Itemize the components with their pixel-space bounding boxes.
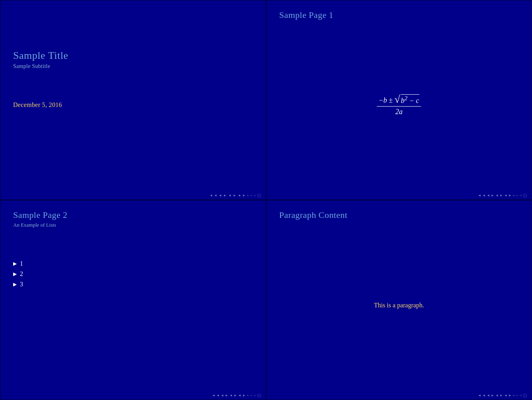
nav3-icon-9: ≡ bbox=[247, 394, 249, 397]
list-item-2-text: 2 bbox=[20, 270, 23, 278]
slide-3[interactable]: Sample Page 2 An Example of Lists ▶ 1 ▶ … bbox=[0, 200, 266, 400]
list-item-2: ▶ 2 bbox=[13, 270, 253, 278]
nav2-icon-3: ◄ bbox=[487, 194, 490, 197]
slide-1-date: December 5, 2016 bbox=[13, 101, 253, 109]
list-item-3: ▶ 3 bbox=[13, 281, 253, 288]
nav2-icon-1: ◄ bbox=[478, 194, 481, 197]
nav4-icon-4: ► bbox=[491, 394, 494, 397]
nav2-icon-9: ≡ bbox=[513, 194, 515, 197]
nav4-icon-12: ◯ bbox=[523, 394, 527, 397]
slide-2-title: Sample Page 1 bbox=[279, 10, 519, 20]
nav2-icon-10: ∽ bbox=[516, 194, 518, 197]
nav3-icon-4: ► bbox=[225, 394, 228, 397]
nav3-icon-3: ◄ bbox=[221, 394, 224, 397]
nav2-icon-7: ◄ bbox=[504, 194, 507, 197]
math-fraction: −b ± √b2 − c 2a bbox=[377, 94, 421, 116]
slide-1-navbar: ◄ ◄ ◄ ► ◄ ► ◄ ► ≡ ∽ ∩ ◯ bbox=[0, 194, 266, 197]
nav-icon-5: ► bbox=[242, 194, 246, 197]
nav4-icon-10: ∽ bbox=[516, 394, 518, 397]
slide-2-formula: −b ± √b2 − c 2a bbox=[279, 27, 519, 184]
nav4-icon-8: ► bbox=[509, 394, 512, 397]
slide-2-navbar: ◄ ◄ ◄ ► ◄ ► ◄ ► ≡ ∽ ∩ ◯ bbox=[267, 194, 532, 197]
list-item-1: ▶ 1 bbox=[13, 260, 253, 267]
nav-sep-3: ◄ bbox=[238, 194, 241, 197]
slide-1-subtitle: Sample Subtitle bbox=[13, 63, 253, 70]
sqrt-content: b2 − c bbox=[401, 94, 420, 105]
nav-icon-9: ◯ bbox=[257, 194, 261, 197]
slide-4-title: Paragraph Content bbox=[279, 210, 519, 220]
slide-3-title: Sample Page 2 bbox=[13, 210, 253, 220]
slide-3-navbar: ◄ ◄ ◄ ► ◄ ► ◄ ► ≡ ∽ ∩ ◯ bbox=[0, 394, 266, 397]
nav3-icon-1: ◄ bbox=[212, 394, 215, 397]
nav-icon-1: ◄ bbox=[210, 194, 213, 197]
nav4-icon-1: ◄ bbox=[478, 394, 481, 397]
nav4-icon-9: ≡ bbox=[513, 394, 515, 397]
nav-icon-2: ◄ bbox=[214, 194, 217, 197]
slide-2[interactable]: Sample Page 1 −b ± √b2 − c 2a ◄ ◄ ◄ ► ◄ … bbox=[266, 0, 532, 200]
nav2-icon-11: ∩ bbox=[520, 194, 522, 197]
nav2-icon-4: ► bbox=[491, 194, 494, 197]
slide-3-subtitle: An Example of Lists bbox=[13, 222, 253, 228]
math-numerator: −b ± √b2 − c bbox=[377, 94, 421, 107]
nav3-icon-5: ◄ bbox=[230, 394, 233, 397]
nav3-icon-8: ► bbox=[242, 394, 246, 397]
nav-sep-2: ◄ bbox=[228, 194, 232, 197]
nav4-icon-2: ◄ bbox=[482, 394, 485, 397]
sqrt-symbol: √ bbox=[394, 94, 400, 105]
list-item-3-text: 3 bbox=[20, 281, 23, 288]
nav-icon-8: ∩ bbox=[254, 194, 256, 197]
slide-4[interactable]: Paragraph Content This is a paragraph. ◄… bbox=[266, 200, 532, 400]
math-denominator: 2a bbox=[396, 107, 403, 116]
nav3-icon-7: ◄ bbox=[238, 394, 241, 397]
nav3-icon-6: ► bbox=[234, 394, 237, 397]
nav3-icon-11: ∩ bbox=[254, 394, 256, 397]
nav-icon-4: ► bbox=[233, 194, 236, 197]
nav2-icon-6: ► bbox=[500, 194, 503, 197]
nav-icon-7: ∽ bbox=[250, 194, 253, 197]
slide-4-paragraph: This is a paragraph. bbox=[279, 227, 519, 384]
slide-3-list: ▶ 1 ▶ 2 ▶ 3 bbox=[13, 260, 253, 291]
list-item-1-text: 1 bbox=[20, 260, 23, 267]
nav3-icon-12: ◯ bbox=[257, 394, 261, 397]
nav2-icon-12: ◯ bbox=[523, 194, 527, 197]
nav2-icon-8: ► bbox=[509, 194, 512, 197]
nav4-icon-5: ◄ bbox=[495, 394, 499, 397]
nav3-icon-2: ◄ bbox=[216, 394, 220, 397]
slide-1[interactable]: Sample Title Sample Subtitle December 5,… bbox=[0, 0, 266, 200]
nav2-icon-5: ◄ bbox=[495, 194, 499, 197]
bullet-3: ▶ bbox=[13, 282, 17, 287]
slide-1-title: Sample Title bbox=[13, 50, 253, 62]
nav-icon-3: ► bbox=[224, 194, 227, 197]
slide-4-navbar: ◄ ◄ ◄ ► ◄ ► ◄ ► ≡ ∽ ∩ ◯ bbox=[267, 394, 532, 397]
nav3-icon-10: ∽ bbox=[250, 394, 253, 397]
nav-icon-6: ≡ bbox=[247, 194, 249, 197]
bullet-2: ▶ bbox=[13, 271, 17, 277]
nav4-icon-7: ◄ bbox=[504, 394, 507, 397]
nav4-icon-6: ► bbox=[500, 394, 503, 397]
bullet-1: ▶ bbox=[13, 261, 17, 267]
math-sqrt: √b2 − c bbox=[394, 94, 419, 105]
nav-sep-1: ◄ bbox=[219, 194, 222, 197]
nav4-icon-11: ∩ bbox=[520, 394, 522, 397]
nav4-icon-3: ◄ bbox=[487, 394, 490, 397]
nav2-icon-2: ◄ bbox=[482, 194, 485, 197]
